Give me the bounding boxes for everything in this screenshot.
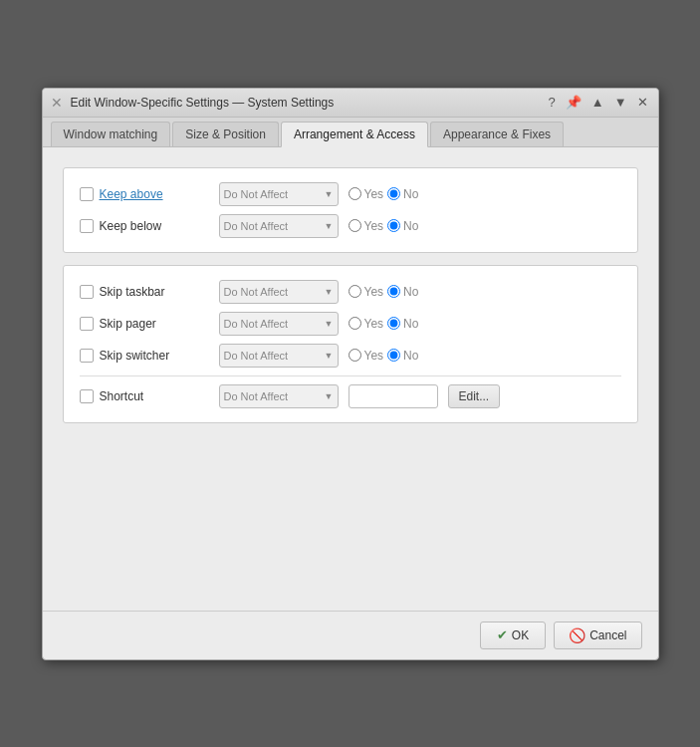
keep-above-dropdown[interactable]: Do Not Affect Yes No [219,182,339,206]
keep-above-dropdown-wrapper: Do Not Affect Yes No ▼ [219,182,339,206]
tab-size-position[interactable]: Size & Position [172,122,279,146]
expand-button[interactable]: ▲ [589,95,606,110]
skip-taskbar-radio-no[interactable]: No [387,285,418,299]
skip-switcher-dropdown-wrapper: Do Not Affect Yes No ▼ [219,344,339,368]
skip-taskbar-row: Skip taskbar Do Not Affect Yes No ▼ Yes [80,280,621,304]
skip-pager-label: Skip pager [100,317,156,331]
keep-below-dropdown[interactable]: Do Not Affect Yes No [219,214,339,238]
titlebar: ✕ Edit Window-Specific Settings — System… [43,89,658,118]
keep-below-row: Keep below Do Not Affect Yes No ▼ Yes [80,214,621,238]
tab-window-matching[interactable]: Window matching [51,122,171,146]
shortcut-checkbox[interactable] [80,389,94,403]
skip-pager-radio-group: Yes No [349,317,419,331]
skip-section: Skip taskbar Do Not Affect Yes No ▼ Yes [63,265,638,423]
skip-switcher-radio-yes[interactable]: Yes [349,349,384,363]
skip-taskbar-dropdown-wrapper: Do Not Affect Yes No ▼ [219,280,339,304]
cancel-icon: 🚫 [569,627,585,643]
shortcut-input[interactable] [349,384,438,408]
section-divider [80,375,621,376]
skip-pager-radio-yes[interactable]: Yes [349,317,384,331]
skip-switcher-row: Skip switcher Do Not Affect Yes No ▼ Yes [80,344,621,368]
main-window: ✕ Edit Window-Specific Settings — System… [42,88,659,660]
skip-switcher-radio-no[interactable]: No [387,349,418,363]
skip-taskbar-label-group: Skip taskbar [80,285,209,299]
skip-pager-radio-no[interactable]: No [387,317,418,331]
skip-taskbar-radio-yes[interactable]: Yes [349,285,384,299]
close-button[interactable]: ✕ [635,95,650,110]
shortcut-dropdown[interactable]: Do Not Affect Yes No [219,384,339,408]
tab-content: Keep above Do Not Affect Yes No ▼ Yes [43,147,658,611]
cancel-button[interactable]: 🚫 Cancel [554,622,641,649]
skip-taskbar-checkbox[interactable] [80,285,94,299]
ok-button[interactable]: ✔ OK [480,622,546,649]
keep-above-radio-yes[interactable]: Yes [349,187,384,201]
tab-appearance-fixes[interactable]: Appearance & Fixes [430,122,564,146]
shortcut-dropdown-wrapper: Do Not Affect Yes No ▼ [219,384,339,408]
skip-taskbar-label: Skip taskbar [100,285,165,299]
keep-below-radio-yes[interactable]: Yes [349,219,384,233]
keep-below-radio-group: Yes No [349,219,419,233]
content-spacer [63,435,638,595]
cancel-label: Cancel [589,628,626,642]
skip-switcher-radio-group: Yes No [349,349,419,363]
keep-below-dropdown-wrapper: Do Not Affect Yes No ▼ [219,214,339,238]
keep-above-row: Keep above Do Not Affect Yes No ▼ Yes [80,182,621,206]
titlebar-controls: ? 📌 ▲ ▼ ✕ [547,95,650,110]
window-title: Edit Window-Specific Settings — System S… [71,96,335,110]
keep-below-label-group: Keep below [80,219,209,233]
keep-above-label[interactable]: Keep above [100,187,163,201]
pin-button[interactable]: 📌 [564,95,583,110]
keep-section: Keep above Do Not Affect Yes No ▼ Yes [63,167,638,253]
skip-taskbar-dropdown[interactable]: Do Not Affect Yes No [219,280,339,304]
skip-pager-row: Skip pager Do Not Affect Yes No ▼ Yes [80,312,621,336]
skip-pager-dropdown-wrapper: Do Not Affect Yes No ▼ [219,312,339,336]
shortcut-label: Shortcut [100,389,144,403]
keep-below-radio-no[interactable]: No [387,219,418,233]
collapse-button[interactable]: ▼ [612,95,629,110]
skip-switcher-checkbox[interactable] [80,349,94,363]
ok-label: OK [512,628,529,642]
skip-switcher-label-group: Skip switcher [80,349,209,363]
app-icon: ✕ [51,95,67,111]
edit-button[interactable]: Edit... [448,384,501,408]
footer: ✔ OK 🚫 Cancel [43,611,658,659]
keep-above-radio-no[interactable]: No [387,187,418,201]
shortcut-label-group: Shortcut [80,389,209,403]
ok-icon: ✔ [497,627,508,642]
shortcut-row: Shortcut Do Not Affect Yes No ▼ Edit... [80,384,621,408]
skip-pager-label-group: Skip pager [80,317,209,331]
tabs-row: Window matching Size & Position Arrangem… [43,118,658,147]
titlebar-left: ✕ Edit Window-Specific Settings — System… [51,95,335,111]
tab-arrangement-access[interactable]: Arrangement & Access [281,122,428,147]
skip-pager-dropdown[interactable]: Do Not Affect Yes No [219,312,339,336]
skip-switcher-label: Skip switcher [100,349,170,363]
keep-above-radio-group: Yes No [349,187,419,201]
skip-taskbar-radio-group: Yes No [349,285,419,299]
keep-below-label: Keep below [100,219,162,233]
keep-above-checkbox[interactable] [80,187,94,201]
skip-pager-checkbox[interactable] [80,317,94,331]
help-button[interactable]: ? [547,95,558,110]
keep-above-label-group: Keep above [80,187,209,201]
skip-switcher-dropdown[interactable]: Do Not Affect Yes No [219,344,339,368]
keep-below-checkbox[interactable] [80,219,94,233]
